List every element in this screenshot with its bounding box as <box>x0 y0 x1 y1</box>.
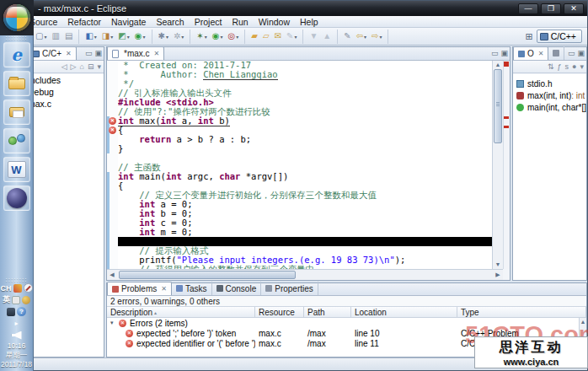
editor-vertical-scrollbar[interactable]: ▲ ▼ <box>492 61 503 269</box>
taskbar-media-player-icon[interactable] <box>3 186 30 211</box>
tray-app-icon[interactable] <box>12 296 20 304</box>
menu-run[interactable]: Run <box>227 16 253 27</box>
toolbar-back-icon[interactable]: ⇦▾ <box>355 30 368 42</box>
minimize-view-icon[interactable]: ▭ <box>85 49 93 57</box>
outline-item[interactable]: main(int, char*[]) <box>516 101 586 113</box>
scroll-left-icon[interactable]: ◀ <box>107 270 117 280</box>
open-perspective-icon[interactable]: ⊞ <box>525 31 532 42</box>
toolbar-bookmark-icon[interactable]: ✎▾ <box>285 30 298 42</box>
tab-problems[interactable]: Problems✕ <box>107 282 172 295</box>
column-header-type[interactable]: Type <box>457 307 586 317</box>
error-marker-icon[interactable]: ✕ <box>109 117 116 125</box>
code-line[interactable]: int main(int argc, char *argv[]) <box>107 172 492 181</box>
error-overview-marker[interactable] <box>504 126 509 128</box>
outline-toolbar-icon[interactable]: ƒ <box>558 62 562 71</box>
toolbar-last-edit-location-icon[interactable]: ✎ <box>342 30 352 42</box>
taskbar-mail-folder-icon[interactable] <box>3 99 30 125</box>
code-area[interactable]: * Created on: 2011-7-17 * Author: Chen L… <box>107 61 492 269</box>
outline-toolbar-icon[interactable]: ● <box>572 62 576 71</box>
maximize-button[interactable]: ❐ <box>541 3 561 14</box>
tray-expand-icon[interactable]: ▸ <box>14 320 18 327</box>
toolbar-build-all-icon[interactable]: ✲▾ <box>172 30 185 42</box>
menu-refactor[interactable]: Refactor <box>62 16 106 27</box>
explorer-toolbar-icon[interactable]: ⊟ <box>88 62 94 71</box>
volume-icon[interactable] <box>12 331 22 340</box>
toolbar-make-icon[interactable]: ◉▾ <box>133 30 147 42</box>
start-button[interactable] <box>3 4 30 31</box>
title-bar[interactable]: - max/max.c - Eclipse — ❐ ✕ <box>24 1 587 16</box>
scroll-down-icon[interactable]: ▼ <box>493 261 503 269</box>
expander-icon[interactable]: ▾ <box>110 320 117 326</box>
pet-icon[interactable] <box>22 296 30 304</box>
taskbar-windows-explorer-icon[interactable] <box>3 71 30 96</box>
maximize-view-icon[interactable]: ▣ <box>577 49 585 57</box>
menu-search[interactable]: Search <box>151 16 189 27</box>
close-button[interactable]: ✕ <box>564 3 584 14</box>
taskbar-messenger-icon[interactable] <box>3 128 30 153</box>
explorer-toolbar-icon[interactable]: ◁ <box>61 62 67 71</box>
toolbar-save-icon[interactable]: ▥ <box>50 30 61 42</box>
error-overview-marker[interactable] <box>504 116 509 119</box>
tab-properties[interactable]: Properties <box>261 282 318 295</box>
tab-cpp-projects[interactable]: C/C+ ✕ <box>27 46 77 60</box>
tab-tasks[interactable]: Tasks <box>172 282 212 295</box>
tab-maxc[interactable]: *max.c ✕ <box>107 46 164 60</box>
overview-ruler[interactable] <box>503 61 510 269</box>
error-overview-marker[interactable] <box>504 62 509 67</box>
outline-toolbar-icon[interactable]: s <box>565 62 569 71</box>
error-marker-icon[interactable]: ✕ <box>109 126 116 134</box>
tab-make-targets[interactable] <box>548 46 564 60</box>
outline-toolbar-icon[interactable]: ▾ <box>580 62 584 71</box>
toolbar-open-folder-icon[interactable]: ▰ <box>249 30 259 42</box>
close-icon[interactable]: ✕ <box>161 285 167 293</box>
menu-project[interactable]: Project <box>190 16 227 27</box>
tray-app-icon[interactable] <box>7 308 15 316</box>
column-header-resource[interactable]: Resource <box>255 307 304 317</box>
code-line[interactable] <box>107 153 492 163</box>
code-line[interactable]: ✕int max(int a, int b) <box>107 116 492 126</box>
editor-horizontal-scrollbar[interactable]: ◀ ▶ <box>107 269 503 280</box>
toolbar-mail-icon[interactable]: ✉ <box>273 30 283 42</box>
maximize-view-icon[interactable]: ▣ <box>94 49 102 57</box>
perspective-cpp-button[interactable]: C/C++ <box>537 30 582 43</box>
toolbar-open-resource-icon[interactable]: ▱ <box>261 30 271 42</box>
scrollbar-thumb[interactable] <box>494 69 502 143</box>
minimize-view-icon[interactable]: ▭ <box>491 49 499 57</box>
maximize-view-icon[interactable]: ▣ <box>500 49 508 57</box>
toolbar-build-icon[interactable]: ✱▾ <box>157 30 170 42</box>
toolbar-run-icon[interactable]: ◉▾ <box>211 30 225 42</box>
tray-clock[interactable]: 10:16 星期一 2011/7/18 <box>1 341 32 369</box>
close-icon[interactable]: ✕ <box>154 50 160 57</box>
toolbar-new-c-project-icon[interactable]: ◧▾ <box>83 30 98 42</box>
code-line[interactable]: return a > b ? a : b; <box>107 135 492 144</box>
help-icon[interactable]: ? <box>17 307 26 316</box>
toolbar-next-annotation-icon[interactable]: ▼ <box>307 30 319 42</box>
scrollbar-thumb[interactable] <box>119 271 296 279</box>
code-line[interactable]: * Author: Chen Liangqiao <box>107 70 492 79</box>
language-indicator[interactable]: CH <box>1 284 12 293</box>
outline-item[interactable]: max(int, int) : int <box>516 89 586 101</box>
code-line[interactable]: int m = 0; <box>107 228 492 237</box>
tab-console[interactable]: Console <box>212 282 262 295</box>
tab-outline[interactable]: O ✕ <box>513 46 548 60</box>
code-line[interactable]: } <box>107 144 492 153</box>
close-icon[interactable]: ✕ <box>538 50 544 57</box>
blocked-icon[interactable] <box>24 283 33 293</box>
column-header-location[interactable]: Location <box>351 307 457 317</box>
toolbar-forward-icon[interactable]: ⇨▾ <box>370 30 383 42</box>
tree-item-includes[interactable]: Includes <box>27 74 104 86</box>
taskbar-word-icon[interactable]: W <box>3 157 30 182</box>
language-secondary-indicator[interactable]: 英 <box>3 294 10 305</box>
explorer-toolbar-icon[interactable]: ⌂ <box>79 62 83 71</box>
outline-toolbar-icon[interactable]: ⇅ <box>548 62 554 71</box>
menu-navigate[interactable]: Navigate <box>106 16 151 27</box>
outline-item[interactable]: stdio.h <box>516 78 586 89</box>
minimize-view-icon[interactable]: ▭ <box>568 49 575 57</box>
close-icon[interactable]: ✕ <box>66 50 72 57</box>
minimize-button[interactable]: — <box>518 3 538 14</box>
toolbar-profile-icon[interactable]: ◎▾ <box>227 30 241 42</box>
toolbar-print-icon[interactable]: ▤ <box>63 30 74 42</box>
toolbar-prev-annotation-icon[interactable]: ▲ <box>321 30 333 42</box>
taskbar-internet-explorer-icon[interactable]: e <box>3 42 30 67</box>
menu-window[interactable]: Window <box>254 16 295 27</box>
